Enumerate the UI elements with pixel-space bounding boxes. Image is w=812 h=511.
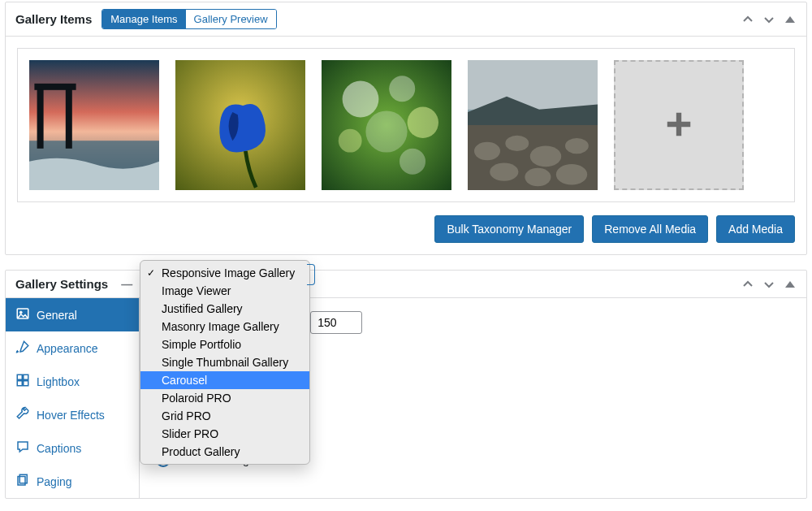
sidebar-item-paging[interactable]: Paging (6, 465, 139, 498)
image-icon (15, 306, 30, 323)
layout-option[interactable]: Image Viewer (140, 282, 309, 300)
gallery-settings-title: Gallery Settings (15, 277, 108, 291)
svg-rect-4 (34, 84, 76, 90)
grid-icon (15, 373, 30, 390)
layout-option[interactable]: Slider PRO (140, 425, 309, 443)
svg-point-9 (408, 107, 438, 138)
svg-point-20 (490, 162, 518, 180)
gallery-thumb[interactable] (468, 60, 598, 190)
panel-controls (741, 13, 797, 26)
sidebar-item-appearance[interactable]: Appearance (6, 331, 139, 365)
chevron-down-icon[interactable] (762, 278, 775, 291)
header-separator: — (121, 278, 132, 291)
layout-option[interactable]: Single Thumbnail Gallery (140, 353, 309, 371)
sidebar-item-label: Paging (37, 475, 72, 488)
sidebar-item-label: General (37, 309, 77, 322)
layout-dropdown-menu: Responsive Image GalleryImage ViewerJust… (140, 260, 310, 465)
bulk-taxonomy-button[interactable]: Bulk Taxonomy Manager (434, 215, 584, 243)
collapse-toggle-icon[interactable] (784, 13, 797, 26)
svg-point-7 (343, 81, 379, 118)
svg-point-11 (365, 110, 407, 152)
gallery-action-buttons: Bulk Taxonomy Manager Remove All Media A… (17, 215, 795, 243)
tab-gallery-preview[interactable]: Gallery Preview (186, 10, 276, 28)
gallery-items-body: Bulk Taxonomy Manager Remove All Media A… (6, 37, 806, 254)
items-tab-switch: Manage Items Gallery Preview (102, 9, 276, 29)
gallery-thumb[interactable] (175, 60, 305, 190)
pages-icon (15, 473, 30, 490)
svg-point-18 (530, 146, 561, 167)
remove-all-media-button[interactable]: Remove All Media (592, 215, 708, 243)
svg-point-17 (505, 136, 529, 151)
settings-sidebar: GeneralAppearanceLightboxHover EffectsCa… (6, 298, 140, 498)
brush-icon (15, 340, 30, 357)
svg-rect-28 (24, 381, 28, 386)
gallery-items-panel: Gallery Items Manage Items Gallery Previ… (5, 2, 807, 255)
svg-point-10 (339, 129, 362, 153)
svg-point-24 (19, 311, 22, 314)
sidebar-item-label: Lightbox (37, 375, 80, 388)
layout-option[interactable]: Simple Portfolio (140, 336, 309, 353)
add-media-button[interactable]: Add Media (716, 215, 795, 243)
chevron-up-icon[interactable] (741, 278, 754, 291)
svg-point-8 (389, 76, 415, 102)
plus-icon (663, 109, 694, 142)
wrench-icon (15, 406, 30, 423)
svg-point-12 (400, 149, 425, 175)
panel-controls (741, 278, 797, 291)
sidebar-item-label: Captions (37, 442, 81, 455)
sidebar-item-label: Hover Effects (37, 409, 105, 422)
sidebar-item-captions[interactable]: Captions (6, 431, 139, 465)
collapse-toggle-icon[interactable] (784, 278, 797, 291)
layout-dropdown[interactable]: Responsive Image GalleryImage ViewerJust… (140, 260, 310, 465)
layout-option[interactable]: Grid PRO (140, 407, 309, 425)
gallery-thumb[interactable] (322, 60, 451, 190)
sidebar-item-hover[interactable]: Hover Effects (6, 398, 139, 431)
svg-point-16 (474, 142, 500, 160)
gallery-thumb[interactable] (29, 60, 159, 190)
gallery-settings-header: Gallery Settings — (6, 271, 806, 298)
chevron-down-icon[interactable] (762, 13, 775, 26)
tab-manage-items[interactable]: Manage Items (102, 10, 185, 28)
svg-rect-26 (24, 375, 28, 379)
speech-icon (15, 440, 30, 457)
layout-option[interactable]: Justified Gallery (140, 300, 309, 318)
gallery-settings-panel: Gallery Settings — GeneralAppearanceLigh… (5, 270, 807, 499)
layout-option[interactable]: Polaroid PRO (140, 389, 309, 407)
svg-rect-27 (17, 381, 22, 386)
add-media-tile[interactable] (614, 60, 744, 190)
gallery-settings-body: GeneralAppearanceLightboxHover EffectsCa… (6, 298, 806, 498)
svg-point-22 (556, 164, 587, 185)
svg-rect-3 (66, 86, 72, 149)
height-input[interactable] (310, 311, 362, 334)
gallery-items-header: Gallery Items Manage Items Gallery Previ… (6, 2, 806, 37)
sidebar-item-label: Appearance (37, 342, 98, 355)
chevron-up-icon[interactable] (741, 13, 754, 26)
layout-option[interactable]: Responsive Image Gallery (140, 264, 309, 282)
sidebar-item-lightbox[interactable]: Lightbox (6, 365, 139, 398)
gallery-thumbnail-strip (17, 48, 795, 202)
svg-rect-25 (17, 375, 22, 379)
svg-point-21 (525, 168, 551, 186)
sidebar-item-general[interactable]: General (6, 298, 139, 331)
layout-option[interactable]: Masonry Image Gallery (140, 318, 309, 336)
gallery-items-title: Gallery Items (15, 12, 92, 26)
layout-option[interactable]: Carousel (140, 371, 309, 389)
svg-rect-2 (37, 86, 44, 149)
svg-point-19 (565, 138, 589, 154)
layout-option[interactable]: Product Gallery (140, 443, 309, 461)
